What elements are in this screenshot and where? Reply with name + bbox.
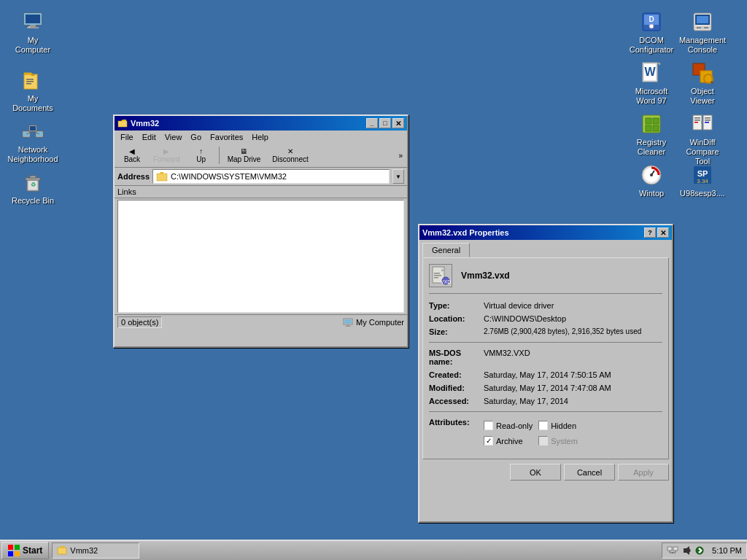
explorer-close-btn[interactable]: ✕ bbox=[392, 118, 404, 128]
hidden-checkbox[interactable] bbox=[538, 421, 548, 430]
readonly-row: Read-only bbox=[484, 421, 533, 430]
svg-rect-50 bbox=[694, 120, 700, 121]
svg-point-27 bbox=[649, 24, 654, 28]
my-documents-icon bbox=[21, 69, 44, 92]
back-label: Back bbox=[124, 155, 140, 163]
svg-rect-85 bbox=[58, 548, 66, 554]
forward-button[interactable]: ▶ Forward bbox=[148, 145, 185, 166]
start-button[interactable]: Start bbox=[1, 542, 49, 559]
cancel-button[interactable]: Cancel bbox=[564, 464, 615, 481]
desktop-icon-recycle-bin[interactable]: ♻ Recycle Bin bbox=[7, 168, 58, 209]
properties-tab-bar: General bbox=[419, 240, 672, 257]
readonly-checkbox[interactable] bbox=[484, 421, 493, 430]
forward-icon: ▶ bbox=[163, 147, 169, 155]
desktop-icon-dcom[interactable]: D DCOM Configurator bbox=[626, 7, 677, 58]
menu-edit[interactable]: Edit bbox=[139, 132, 159, 142]
svg-rect-72 bbox=[345, 326, 351, 327]
ok-button[interactable]: OK bbox=[510, 464, 561, 481]
svg-rect-65 bbox=[118, 121, 127, 127]
size-value: 2.76MB (2,900,428 bytes), 2,916,352 byte… bbox=[484, 327, 662, 336]
desktop-icon-word97[interactable]: W Microsoft Word 97 bbox=[626, 58, 677, 109]
prop-divider-1 bbox=[429, 342, 662, 343]
svg-text:SP: SP bbox=[697, 169, 708, 178]
svg-rect-83 bbox=[8, 551, 13, 556]
svg-rect-55 bbox=[705, 122, 709, 123]
dcom-label: DCOM Configurator bbox=[629, 36, 674, 55]
properties-title-text: Vmm32.vxd Properties bbox=[422, 228, 509, 237]
size-label: Size: bbox=[429, 327, 484, 336]
svg-text:♻: ♻ bbox=[31, 182, 36, 188]
map-drive-icon: 🖥 bbox=[240, 147, 247, 155]
status-location-area: My Computer bbox=[343, 317, 404, 327]
forward-label: Forward bbox=[153, 155, 180, 163]
svg-rect-11 bbox=[26, 83, 31, 85]
apply-button[interactable]: Apply bbox=[618, 464, 669, 481]
properties-close-btn[interactable]: ✕ bbox=[657, 228, 669, 238]
desktop-icon-wintop[interactable]: Wintop bbox=[626, 160, 677, 201]
menu-file[interactable]: File bbox=[117, 132, 136, 142]
svg-rect-88 bbox=[673, 547, 678, 551]
svg-rect-51 bbox=[694, 122, 698, 123]
system-row: System bbox=[538, 436, 587, 446]
svg-rect-3 bbox=[30, 25, 36, 27]
menu-go[interactable]: Go bbox=[187, 132, 204, 142]
type-label: Type: bbox=[429, 301, 484, 310]
prop-created: Created: Saturday, May 17, 2014 7:50:15 … bbox=[429, 370, 662, 379]
prop-size: Size: 2.76MB (2,900,428 bytes), 2,916,35… bbox=[429, 327, 662, 336]
up-button[interactable]: ↑ Up bbox=[187, 145, 216, 166]
map-drive-button[interactable]: 🖥 Map Drive bbox=[222, 145, 266, 166]
archive-checkbox[interactable] bbox=[484, 436, 493, 446]
prop-attributes-row: Attributes: Read-only Hidden Archive bbox=[429, 418, 662, 448]
svg-rect-44 bbox=[646, 118, 651, 124]
taskbar-vmm32-icon bbox=[57, 545, 67, 556]
desktop-icon-sp334[interactable]: SP 3.34 U98sesp3.... bbox=[677, 160, 728, 201]
desktop-icon-management-console[interactable]: Management Console bbox=[677, 7, 728, 58]
svg-point-61 bbox=[650, 174, 653, 176]
properties-help-btn[interactable]: ? bbox=[644, 228, 656, 238]
links-bar: Links bbox=[115, 186, 407, 198]
svg-rect-70 bbox=[344, 319, 352, 324]
system-checkbox[interactable] bbox=[538, 436, 548, 446]
network-neighborhood-icon bbox=[21, 120, 44, 143]
management-console-icon bbox=[691, 10, 714, 34]
explorer-maximize-btn[interactable]: □ bbox=[379, 118, 391, 128]
tab-general[interactable]: General bbox=[422, 243, 470, 257]
up-label: Up bbox=[196, 155, 206, 163]
recycle-bin-label: Recycle Bin bbox=[12, 196, 54, 206]
explorer-titlebar[interactable]: Vmm32 _ □ ✕ bbox=[115, 116, 407, 131]
menu-favorites[interactable]: Favorites bbox=[207, 132, 246, 142]
location-value: C:\WINDOWS\Desktop bbox=[484, 314, 662, 323]
address-dropdown-btn[interactable]: ▼ bbox=[392, 169, 404, 184]
desktop-icon-my-documents[interactable]: My Documents bbox=[7, 66, 58, 116]
svg-rect-17 bbox=[30, 126, 36, 131]
desktop-icon-network-neighborhood[interactable]: Network Neighborhood bbox=[7, 117, 58, 167]
sp334-label: U98sesp3.... bbox=[680, 189, 725, 198]
desktop-icon-registry-cleaner[interactable]: Registry Cleaner bbox=[626, 109, 677, 160]
properties-content: VXD Vmm32.vxd Type: Virtual device drive… bbox=[422, 257, 669, 459]
desktop-icon-object-viewer[interactable]: Object Viewer bbox=[677, 58, 728, 109]
disconnect-label: Disconnect bbox=[272, 155, 308, 163]
svg-rect-45 bbox=[653, 118, 659, 124]
toolbar-more-btn[interactable]: » bbox=[397, 150, 404, 161]
back-button[interactable]: ◀ Back bbox=[117, 145, 147, 166]
explorer-title-area: Vmm32 bbox=[117, 118, 159, 128]
explorer-minimize-btn[interactable]: _ bbox=[366, 118, 378, 128]
svg-rect-46 bbox=[646, 125, 651, 131]
properties-titlebar[interactable]: Vmm32.vxd Properties ? ✕ bbox=[419, 225, 672, 240]
svg-rect-33 bbox=[697, 27, 701, 28]
links-label: Links bbox=[117, 187, 136, 196]
svg-rect-82 bbox=[15, 545, 20, 550]
disconnect-button[interactable]: ✕ Disconnect bbox=[267, 145, 313, 166]
svg-rect-54 bbox=[705, 120, 711, 121]
explorer-title-icon bbox=[117, 118, 128, 128]
menu-view[interactable]: View bbox=[162, 132, 185, 142]
properties-title-area: Vmm32.vxd Properties bbox=[422, 228, 509, 237]
object-viewer-icon bbox=[691, 61, 714, 85]
taskbar-vmm32[interactable]: Vmm32 bbox=[52, 542, 139, 559]
sound-tray-icon bbox=[681, 545, 692, 556]
desktop-icon-my-computer[interactable]: My Computer bbox=[7, 7, 58, 58]
explorer-toolbar: ◀ Back ▶ Forward ↑ Up 🖥 Map Drive ✕ Disc… bbox=[115, 144, 407, 168]
file-header: VXD Vmm32.vxd bbox=[429, 264, 662, 294]
prop-location: Location: C:\WINDOWS\Desktop bbox=[429, 314, 662, 323]
menu-help[interactable]: Help bbox=[249, 132, 271, 142]
